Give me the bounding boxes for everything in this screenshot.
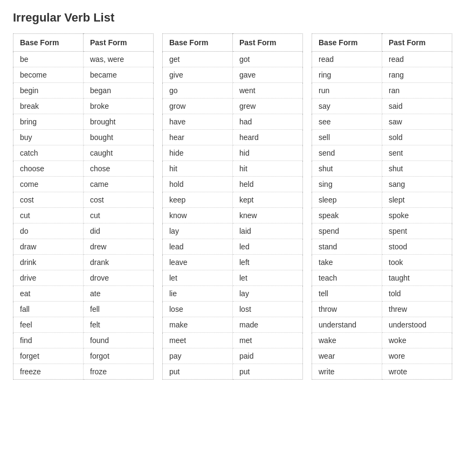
table-row: leaveleft (163, 255, 303, 270)
table-row: buybought (13, 130, 154, 145)
past-form-cell: ran (382, 83, 452, 99)
table-row: wakewoke (312, 333, 452, 348)
base-form-cell: cut (13, 208, 84, 223)
table-row: catchcaught (13, 145, 154, 161)
base-form-cell: lie (163, 286, 233, 302)
tables-wrapper: Base Form Past Form bewas, werebecomebec… (13, 33, 463, 380)
table-row: sendsent (312, 145, 452, 161)
table-row: drawdrew (13, 239, 154, 255)
table3-col-base: Base Form (312, 34, 382, 52)
past-form-cell: paid (233, 348, 303, 364)
table-row: readread (312, 52, 452, 67)
past-form-cell: took (382, 255, 452, 270)
past-form-cell: left (233, 255, 303, 270)
verb-table-2: Base Form Past Form getgotgivegavegowent… (162, 33, 303, 380)
table1-col-past: Past Form (84, 34, 154, 52)
base-form-cell: be (13, 52, 84, 67)
base-form-cell: ring (312, 67, 382, 83)
base-form-cell: hit (163, 161, 233, 177)
table-row: feelfelt (13, 317, 154, 333)
table-row: understandunderstood (312, 317, 452, 333)
past-form-cell: drove (84, 270, 154, 286)
past-form-cell: stood (382, 239, 452, 255)
past-form-cell: made (233, 317, 303, 333)
table-row: freezefroze (13, 364, 154, 380)
table-row: eatate (13, 286, 154, 302)
table-row: hithit (163, 161, 303, 177)
table-row: bringbrought (13, 114, 154, 130)
table-row: fallfell (13, 302, 154, 317)
base-form-cell: have (163, 114, 233, 130)
base-form-cell: lead (163, 239, 233, 255)
base-form-cell: hear (163, 130, 233, 145)
base-form-cell: take (312, 255, 382, 270)
past-form-cell: bought (84, 130, 154, 145)
page-title: Irregular Verb List (13, 11, 463, 25)
past-form-cell: felt (84, 317, 154, 333)
past-form-cell: cut (84, 208, 154, 223)
table-row: lielay (163, 286, 303, 302)
base-form-cell: understand (312, 317, 382, 333)
table-row: leadled (163, 239, 303, 255)
past-form-cell: understood (382, 317, 452, 333)
table-row: dodid (13, 223, 154, 239)
base-form-cell: give (163, 67, 233, 83)
table-row: holdheld (163, 177, 303, 192)
past-form-cell: gave (233, 67, 303, 83)
past-form-cell: knew (233, 208, 303, 223)
past-form-cell: got (233, 52, 303, 67)
base-form-cell: forget (13, 348, 84, 364)
table-row: sellsold (312, 130, 452, 145)
table-row: givegave (163, 67, 303, 83)
base-form-cell: do (13, 223, 84, 239)
base-form-cell: become (13, 67, 84, 83)
past-form-cell: became (84, 67, 154, 83)
past-form-cell: began (84, 83, 154, 99)
table-row: sleepslept (312, 192, 452, 208)
past-form-cell: wrote (382, 364, 452, 380)
base-form-cell: grow (163, 99, 233, 114)
past-form-cell: ate (84, 286, 154, 302)
table-row: makemade (163, 317, 303, 333)
base-form-cell: freeze (13, 364, 84, 380)
base-form-cell: write (312, 364, 382, 380)
table-row: loselost (163, 302, 303, 317)
table-row: comecame (13, 177, 154, 192)
base-form-cell: know (163, 208, 233, 223)
base-form-cell: catch (13, 145, 84, 161)
base-form-cell: buy (13, 130, 84, 145)
base-form-cell: wear (312, 348, 382, 364)
past-form-cell: went (233, 83, 303, 99)
past-form-cell: cost (84, 192, 154, 208)
base-form-cell: sleep (312, 192, 382, 208)
base-form-cell: leave (163, 255, 233, 270)
table-row: drinkdrank (13, 255, 154, 270)
base-form-cell: eat (13, 286, 84, 302)
base-form-cell: cost (13, 192, 84, 208)
table-row: shutshut (312, 161, 452, 177)
past-form-cell: read (382, 52, 452, 67)
table2-col-base: Base Form (163, 34, 233, 52)
base-form-cell: see (312, 114, 382, 130)
table-row: letlet (163, 270, 303, 286)
table-row: standstood (312, 239, 452, 255)
base-form-cell: stand (312, 239, 382, 255)
base-form-cell: spend (312, 223, 382, 239)
past-form-cell: was, were (84, 52, 154, 67)
table-row: costcost (13, 192, 154, 208)
base-form-cell: drive (13, 270, 84, 286)
table-row: teachtaught (312, 270, 452, 286)
past-form-cell: met (233, 333, 303, 348)
table-row: saysaid (312, 99, 452, 114)
past-form-cell: brought (84, 114, 154, 130)
base-form-cell: say (312, 99, 382, 114)
table-row: forgetforgot (13, 348, 154, 364)
base-form-cell: fall (13, 302, 84, 317)
table-row: spendspent (312, 223, 452, 239)
table-row: throwthrew (312, 302, 452, 317)
table-row: drivedrove (13, 270, 154, 286)
past-form-cell: sent (382, 145, 452, 161)
table-row: gowent (163, 83, 303, 99)
table-row: knowknew (163, 208, 303, 223)
base-form-cell: put (163, 364, 233, 380)
